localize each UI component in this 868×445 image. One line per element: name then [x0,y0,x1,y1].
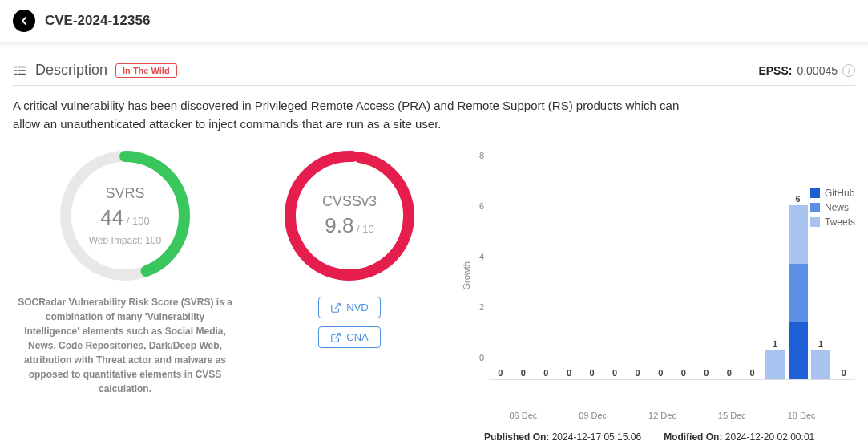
bar-group: 0 [834,148,854,379]
modified-label: Modified On: [664,431,722,443]
bar-group: 0 [628,148,648,379]
cvss-value: 9.8 [325,213,353,237]
cvss-link-buttons: NVD CNA [253,297,446,348]
bar-group: 0 [605,148,624,379]
cvss-title: CVSSv3 [322,193,377,210]
published-value: 2024-12-17 05:15:06 [552,431,641,443]
y-tick: 4 [474,252,484,261]
published-label: Published On: [484,431,549,443]
modified-on: Modified On: 2024-12-20 02:00:01 [664,431,814,443]
cvss-gauge: CVSSv3 9.8 / 10 [281,148,418,284]
bar-total-label: 0 [543,368,548,378]
bar-group: 0 [651,148,670,379]
growth-chart-panel: Growth 86420 0000000000001610 06 Dec09 D… [462,148,855,443]
bar-total-label: 0 [749,368,754,378]
bar-total-label: 0 [567,368,571,378]
svrs-web-impact: Web Impact: 100 [89,235,162,246]
panels-row: SVRS 44 / 100 Web Impact: 100 SOCRadar V… [13,148,855,443]
nvd-link-button[interactable]: NVD [318,297,380,318]
bars-container: 0000000000001610 [489,148,855,379]
svrs-max: / 100 [123,215,150,227]
info-icon[interactable]: i [842,64,855,77]
back-button[interactable] [13,10,35,32]
svg-rect-4 [14,73,17,75]
chart-plot-area: 0000000000001610 [489,148,855,380]
cvss-value-row: 9.8 / 10 [325,213,373,238]
x-tick [532,411,551,420]
list-icon [13,63,27,78]
x-axis-ticks: 06 Dec09 Dec12 Dec15 Dec18 Dec [462,411,855,420]
description-header-row: Description In The Wild EPSS: 0.00045 i [13,62,855,86]
published-on: Published On: 2024-12-17 05:15:06 [484,431,641,443]
x-tick [672,411,691,420]
bar-total-label: 0 [589,368,594,378]
description-heading: Description [35,62,107,79]
bar-total-label: 0 [612,368,617,378]
cna-link-button[interactable]: CNA [318,326,380,348]
bar-total-label: 0 [658,368,663,378]
svrs-title: SVRS [105,185,144,202]
x-tick [695,411,714,420]
bar-tweets [765,350,785,379]
bar-total-label: 1 [773,339,777,349]
bar-news [789,264,808,322]
bar-group: 0 [536,148,555,379]
bar-total-label: 0 [498,368,503,378]
svg-rect-5 [18,73,26,75]
x-tick [765,411,784,420]
external-link-icon [330,302,341,314]
bar-total-label: 1 [818,339,823,349]
cvss-panel: CVSSv3 9.8 / 10 NVD CNA [253,148,446,348]
x-tick: 15 Dec [718,411,737,420]
cvss-max: / 10 [353,223,373,235]
page-header: CVE-2024-12356 [0,0,868,42]
bar-total-label: 0 [727,368,732,378]
content-area: Description In The Wild EPSS: 0.00045 i … [0,47,868,445]
bar-tweets [811,350,830,379]
cvss-gauge-center: CVSSv3 9.8 / 10 [281,148,418,284]
bar-group: 0 [583,148,602,379]
bar-group: 1 [765,148,785,379]
epss-value: 0.00045 [797,64,838,77]
chart-legend: GitHub News Tweets [810,188,855,231]
cve-id-title: CVE-2024-12356 [45,13,150,29]
bar-github [789,322,808,379]
svrs-value-row: 44 / 100 [100,205,149,230]
x-tick [741,411,761,420]
x-tick [625,411,644,420]
cna-link-label: CNA [346,331,368,343]
legend-label-github: GitHub [825,188,854,199]
svg-rect-3 [18,70,26,71]
svrs-panel: SVRS 44 / 100 Web Impact: 100 SOCRadar V… [13,148,237,396]
epss-label: EPSS: [758,64,792,77]
bar-total-label: 0 [704,368,709,378]
svg-rect-2 [14,70,17,71]
bar-group: 0 [742,148,761,379]
y-tick: 8 [474,151,484,160]
arrow-left-icon [18,14,30,27]
x-tick: 12 Dec [648,411,668,420]
legend-item-tweets: Tweets [810,216,855,228]
nvd-link-label: NVD [346,301,368,314]
bar-group: 1 [811,148,830,379]
legend-label-tweets: Tweets [825,216,855,228]
svg-line-10 [335,303,340,308]
description-header-left: Description In The Wild [13,62,177,79]
legend-label-news: News [825,202,849,213]
bar-total-label: 0 [521,368,526,378]
x-tick: 09 Dec [579,411,598,420]
x-tick [811,411,830,420]
y-tick: 2 [474,302,484,312]
y-tick: 0 [474,353,484,362]
bar-total-label: 0 [681,368,686,378]
bar-group: 0 [491,148,510,379]
legend-swatch-news [810,203,820,212]
bar-group: 0 [720,148,739,379]
bar-group: 0 [696,148,716,379]
y-axis-label: Growth [462,261,471,289]
growth-chart: Growth 86420 0000000000001610 [462,148,855,404]
x-tick [834,411,854,420]
footer-dates: Published On: 2024-12-17 05:15:06 Modifi… [462,431,855,443]
bar-tweets [789,205,808,263]
svrs-note: SOCRadar Vulnerability Risk Score (SVRS)… [13,295,237,396]
